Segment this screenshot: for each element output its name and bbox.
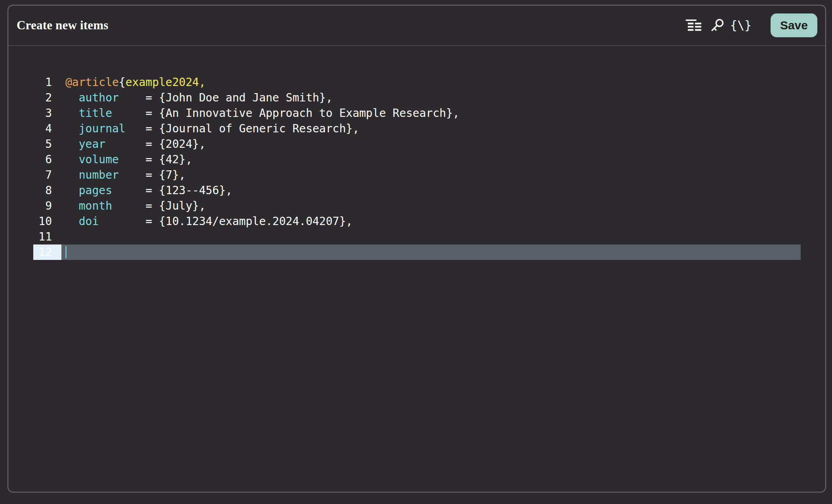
code-line-content[interactable]: pages = {123--456}, — [61, 183, 801, 198]
toolbar: {\} Save — [684, 13, 817, 37]
code-line-content[interactable]: number = {7}, — [61, 167, 801, 183]
code-line-content[interactable]: author = {John Doe and Jane Smith}, — [61, 90, 801, 105]
code-line-content[interactable]: year = {2024}, — [61, 136, 801, 152]
code-line[interactable]: 1@article{example2024, — [8, 74, 801, 90]
line-number: 6 — [33, 152, 61, 167]
code-token: pages — [79, 184, 112, 197]
code-line-content[interactable]: month = {July}, — [61, 198, 801, 214]
code-token: = {7}, — [119, 168, 186, 181]
code-token — [65, 199, 79, 212]
line-number: 7 — [33, 167, 61, 183]
line-number: 4 — [33, 121, 61, 136]
line-number: 11 — [33, 229, 61, 244]
code-token — [65, 107, 79, 120]
code-token: number — [79, 168, 119, 181]
text-cursor — [65, 246, 67, 258]
list-lines-icon[interactable] — [684, 16, 702, 34]
create-items-panel: Create new items — [8, 5, 826, 493]
code-token: = {10.1234/example.2024.04207}, — [99, 215, 353, 228]
line-number: 1 — [33, 74, 61, 90]
code-token: { — [119, 76, 126, 89]
line-number: 9 — [33, 198, 61, 214]
code-line-content[interactable] — [61, 244, 801, 260]
code-token — [65, 91, 79, 104]
key-icon[interactable] — [708, 16, 726, 34]
code-line-content[interactable]: doi = {10.1234/example.2024.04207}, — [61, 214, 801, 229]
code-lines: 1@article{example2024,2 author = {John D… — [8, 74, 825, 260]
code-line-content[interactable]: volume = {42}, — [61, 152, 801, 167]
code-line[interactable]: 11 — [8, 229, 801, 244]
code-token: volume — [79, 153, 119, 166]
code-token: journal — [79, 122, 126, 135]
code-token: month — [79, 199, 112, 212]
code-line[interactable]: 12 — [8, 244, 801, 260]
list-lines-icon-svg — [685, 17, 702, 34]
code-line-content[interactable] — [61, 229, 801, 244]
code-token — [65, 184, 79, 197]
bibtex-editor[interactable]: 1@article{example2024,2 author = {John D… — [8, 46, 825, 260]
code-token: = {John Doe and Jane Smith}, — [119, 91, 332, 104]
code-token: = {Journal of Generic Research}, — [126, 122, 359, 135]
line-number: 3 — [33, 105, 61, 121]
panel-header: Create new items — [8, 6, 825, 46]
code-token — [65, 137, 79, 151]
code-token: = {2024}, — [105, 137, 206, 151]
line-number: 2 — [33, 90, 61, 105]
code-token — [65, 153, 79, 166]
code-token: author — [79, 91, 119, 104]
braces-icon-glyph: {\} — [730, 19, 752, 31]
code-line-content[interactable]: @article{example2024, — [61, 74, 801, 90]
code-token: @article — [65, 76, 119, 89]
code-token — [65, 215, 79, 228]
code-token: title — [79, 107, 112, 120]
code-token: = {An Innovative Approach to Example Res… — [112, 107, 460, 120]
save-button[interactable]: Save — [771, 13, 817, 37]
code-token — [65, 168, 79, 181]
code-line-content[interactable]: title = {An Innovative Approach to Examp… — [61, 105, 801, 121]
code-line[interactable]: 4 journal = {Journal of Generic Research… — [8, 121, 801, 136]
code-line[interactable]: 5 year = {2024}, — [8, 136, 801, 152]
code-line[interactable]: 3 title = {An Innovative Approach to Exa… — [8, 105, 801, 121]
code-token: doi — [79, 215, 99, 228]
code-line[interactable]: 2 author = {John Doe and Jane Smith}, — [8, 90, 801, 105]
line-number: 5 — [33, 136, 61, 152]
code-token: = {123--456}, — [112, 184, 232, 197]
code-line[interactable]: 6 volume = {42}, — [8, 152, 801, 167]
code-line[interactable]: 9 month = {July}, — [8, 198, 801, 214]
page-title: Create new items — [17, 18, 109, 32]
code-token: example2024, — [126, 76, 206, 89]
code-token: = {42}, — [119, 153, 192, 166]
line-number: 12 — [33, 244, 61, 260]
key-icon-svg — [709, 17, 725, 33]
code-line[interactable]: 8 pages = {123--456}, — [8, 183, 801, 198]
code-line[interactable]: 10 doi = {10.1234/example.2024.04207}, — [8, 214, 801, 229]
braces-icon[interactable]: {\} — [732, 16, 750, 34]
line-number: 10 — [33, 214, 61, 229]
code-token: = {July}, — [112, 199, 206, 212]
code-line-content[interactable]: journal = {Journal of Generic Research}, — [61, 121, 801, 136]
line-number: 8 — [33, 183, 61, 198]
code-line[interactable]: 7 number = {7}, — [8, 167, 801, 183]
code-token — [65, 122, 79, 135]
code-token: year — [79, 137, 105, 151]
